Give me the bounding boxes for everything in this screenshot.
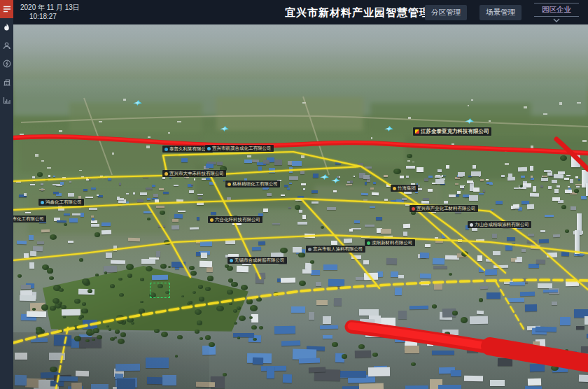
power-icon — [3, 59, 11, 68]
zone-manage-button[interactable]: 分区管理 — [425, 5, 467, 20]
header: 2020 年 11 月 13日 10:18:27 宜兴市新材料产业园智慧管理平台… — [13, 0, 588, 24]
sidebar-item-statistics[interactable] — [0, 91, 13, 109]
menu-icon — [3, 6, 11, 13]
person-icon — [3, 42, 11, 50]
bank-icon — [3, 78, 11, 86]
map-3d-view[interactable]: 泰普久利莱有限公司宜兴市凯茂合成化工有限公司宜兴市大丰禾科技有限公司格林精细化工… — [13, 24, 588, 389]
sidebar-item-enterprise[interactable] — [0, 73, 13, 91]
time-label: 10:18:27 — [29, 12, 80, 21]
chevron-down-icon — [552, 18, 561, 22]
sidebar-item-personnel[interactable] — [0, 36, 13, 55]
dropdown-label: 园区企业 — [534, 3, 579, 17]
datetime: 2020 年 11 月 13日 10:18:27 — [20, 3, 80, 21]
bar-chart-icon — [3, 97, 11, 104]
date-label: 2020 年 11 月 13日 — [20, 3, 80, 12]
header-actions: 分区管理 场景管理 园区企业 — [425, 0, 579, 24]
scene-manage-button[interactable]: 场景管理 — [479, 5, 522, 20]
park-enterprise-dropdown[interactable]: 园区企业 — [534, 3, 579, 22]
sidebar — [0, 0, 13, 389]
sidebar-item-fire-monitor[interactable] — [0, 18, 13, 36]
app-window: 2020 年 11 月 13日 10:18:27 宜兴市新材料产业园智慧管理平台… — [0, 0, 588, 389]
atmosphere-tint — [13, 24, 588, 389]
menu-toggle-button[interactable] — [0, 0, 13, 18]
flame-icon — [3, 23, 10, 31]
sidebar-item-energy[interactable] — [0, 55, 13, 73]
